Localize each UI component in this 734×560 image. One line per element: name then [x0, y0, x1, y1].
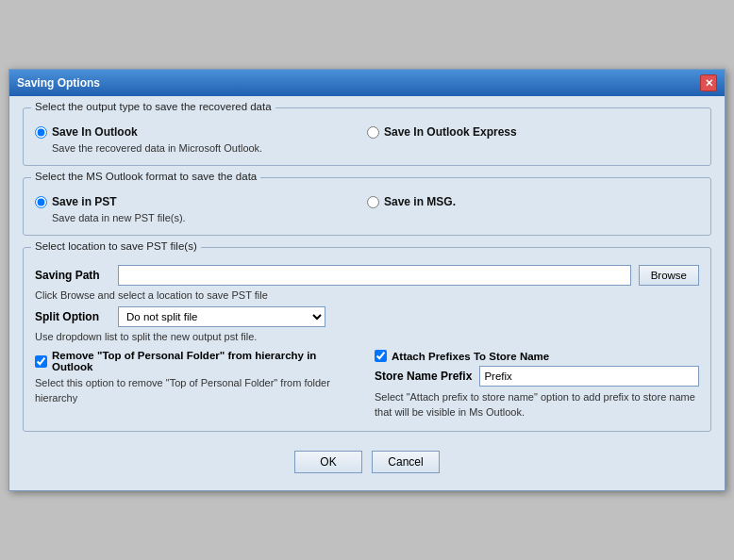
saving-options-dialog: Saving Options ✕ Select the output type …: [8, 69, 726, 491]
output-type-group: Select the output type to save the recov…: [23, 107, 711, 166]
store-prefix-row: Store Name Prefix: [375, 366, 699, 387]
save-outlook-option: Save In Outlook: [35, 125, 367, 139]
ms-format-title: Select the MS Outlook format to save the…: [31, 171, 260, 182]
save-outlook-radio[interactable]: [35, 126, 47, 139]
browse-button[interactable]: Browse: [639, 265, 699, 286]
attach-prefix-label[interactable]: Attach Prefixes To Store Name: [392, 351, 549, 362]
store-prefix-input[interactable]: [479, 366, 699, 387]
save-outlook-express-label[interactable]: Save In Outlook Express: [384, 125, 517, 139]
two-col-section: Remove "Top of Personal Folder" from hie…: [35, 350, 699, 420]
split-option-select[interactable]: Do not split file 1 GB 2 GB 5 GB 10 GB: [118, 306, 325, 327]
save-pst-label[interactable]: Save in PST: [52, 195, 117, 208]
ms-format-content: Save in PST Save in MSG. Save data in ne…: [35, 195, 699, 223]
ms-format-radio-row: Save in PST Save in MSG.: [35, 195, 699, 208]
title-bar: Saving Options ✕: [9, 70, 725, 96]
save-msg-radio[interactable]: [367, 196, 379, 208]
save-msg-label[interactable]: Save in MSG.: [384, 195, 456, 208]
saving-path-row: Saving Path Browse: [35, 265, 699, 286]
window-title: Saving Options: [17, 76, 100, 90]
path-hint: Click Browse and select a location to sa…: [35, 289, 699, 301]
right-col: Attach Prefixes To Store Name Store Name…: [375, 350, 699, 420]
remove-top-desc: Select this option to remove "Top of Per…: [35, 376, 359, 405]
saving-path-input[interactable]: [118, 265, 631, 286]
split-option-row: Split Option Do not split file 1 GB 2 GB…: [35, 306, 699, 327]
location-content: Saving Path Browse Click Browse and sele…: [35, 265, 699, 420]
output-type-content: Save In Outlook Save In Outlook Express …: [35, 125, 699, 154]
bottom-buttons: OK Cancel: [23, 443, 711, 477]
saving-path-label: Saving Path: [35, 269, 110, 282]
location-group: Select location to save PST file(s) Savi…: [23, 247, 711, 432]
remove-top-checkbox[interactable]: [35, 355, 47, 368]
attach-prefix-checkbox[interactable]: [375, 350, 387, 362]
remove-top-label[interactable]: Remove "Top of Personal Folder" from hie…: [52, 350, 359, 372]
close-button[interactable]: ✕: [700, 74, 717, 91]
cancel-button[interactable]: Cancel: [372, 451, 440, 473]
store-prefix-label: Store Name Prefix: [375, 370, 472, 383]
output-type-title: Select the output type to save the recov…: [31, 101, 275, 112]
ok-button[interactable]: OK: [294, 451, 362, 473]
dialog-content: Select the output type to save the recov…: [9, 96, 725, 490]
remove-checkbox-row: Remove "Top of Personal Folder" from hie…: [35, 350, 359, 372]
attach-prefix-row: Attach Prefixes To Store Name: [375, 350, 699, 362]
save-outlook-label[interactable]: Save In Outlook: [52, 125, 138, 139]
location-title: Select location to save PST file(s): [31, 240, 201, 252]
save-outlook-express-option: Save In Outlook Express: [367, 125, 699, 139]
save-pst-desc: Save data in new PST file(s).: [35, 212, 699, 223]
split-hint: Use dropdown list to split the new outpu…: [35, 331, 699, 342]
save-pst-option: Save in PST: [35, 195, 367, 208]
save-outlook-desc: Save the recovered data in Microsoft Out…: [35, 142, 699, 154]
ms-format-group: Select the MS Outlook format to save the…: [23, 177, 711, 236]
left-col: Remove "Top of Personal Folder" from hie…: [35, 350, 359, 420]
attach-prefix-desc: Select "Attach prefix to store name" opt…: [375, 390, 699, 420]
output-type-radio-row: Save In Outlook Save In Outlook Express: [35, 125, 699, 139]
close-icon: ✕: [705, 77, 713, 90]
save-outlook-express-radio[interactable]: [367, 126, 379, 139]
split-option-label: Split Option: [35, 310, 110, 323]
title-bar-left: Saving Options: [17, 76, 100, 90]
save-pst-radio[interactable]: [35, 196, 47, 208]
save-msg-option: Save in MSG.: [367, 195, 699, 208]
